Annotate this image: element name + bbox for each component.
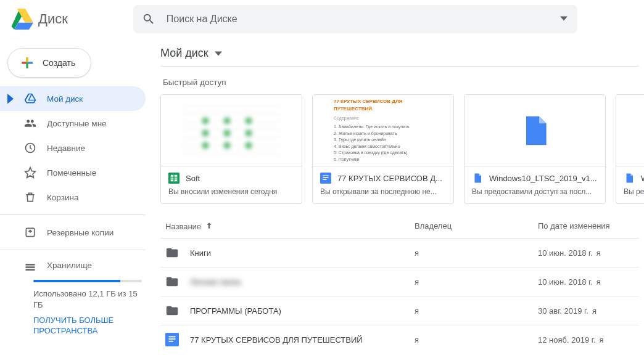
sidebar-item-shared[interactable]: Доступные мне <box>0 111 146 136</box>
docs-icon <box>320 173 331 184</box>
quick-card[interactable]: 77 КРУТЫХ СЕРВИСОВ ДЛЯ ПУТЕШЕСТВИЙ. Соде… <box>312 94 454 204</box>
chevron-down-icon <box>215 50 222 57</box>
sidebar-item-mydrive[interactable]: Мой диск <box>0 86 146 111</box>
svg-rect-2 <box>26 264 35 266</box>
sort-arrow-up-icon <box>205 221 213 232</box>
quick-card-name: W <box>641 174 644 183</box>
drive-icon <box>23 92 37 105</box>
storage-widget: Использовано 12,1 ГБ из 15 ГБ ПОЛУЧИТЬ Б… <box>0 280 154 336</box>
quick-thumbnail <box>616 95 644 166</box>
quick-card[interactable]: Windows10_LTSC_2019_v1... Вы предоставил… <box>464 94 606 204</box>
table-row[interactable]: Книги я 10 июн. 2018 г.я <box>160 239 639 267</box>
table-header: Название Владелец По дате изменения <box>160 215 639 239</box>
table-row[interactable]: 77 КРУТЫХ СЕРВИСОВ ДЛЯ ПУТЕШЕСТВИЙ я 12 … <box>160 325 639 349</box>
sidebar-item-label: Резервные копии <box>47 228 114 237</box>
sidebar-item-trash[interactable]: Корзина <box>0 185 146 210</box>
svg-rect-3 <box>26 266 35 268</box>
file-owner: я <box>415 248 538 258</box>
file-list: Книги я 10 июн. 2018 г.я Личная папка я … <box>160 239 644 349</box>
file-date: 12 нояб. 2019 г.я <box>538 335 637 345</box>
quick-thumbnail: 77 КРУТЫХ СЕРВИСОВ ДЛЯ ПУТЕШЕСТВИЙ. Соде… <box>313 95 453 166</box>
storage-icon <box>23 261 37 274</box>
quick-card-sub: Вы открывали за последнюю не... <box>320 187 446 196</box>
search-bar <box>133 5 577 33</box>
column-date[interactable]: По дате изменения <box>538 221 637 232</box>
quick-access-heading: Быстрый доступ <box>163 78 644 87</box>
svg-rect-11 <box>323 176 329 177</box>
sidebar-item-label: Доступные мне <box>47 119 107 128</box>
svg-rect-15 <box>169 336 176 338</box>
clock-icon <box>23 142 37 154</box>
breadcrumb[interactable]: Мой диск <box>160 47 639 67</box>
table-row[interactable]: ПРОГРАММЫ (РАБОТА) я 30 авг. 2019 г.я <box>160 296 639 325</box>
svg-rect-9 <box>173 175 175 182</box>
sidebar-item-label: Хранилище <box>47 261 92 270</box>
sidebar-item-label: Помеченные <box>47 168 96 177</box>
trash-icon <box>23 191 37 203</box>
quick-card[interactable]: W Вы ре <box>616 94 644 204</box>
quick-card-sub: Вы вносили изменения сегодня <box>168 187 294 196</box>
file-owner: я <box>415 306 538 316</box>
star-icon <box>23 166 37 179</box>
svg-rect-12 <box>323 177 329 179</box>
file-name: ПРОГРАММЫ (РАБОТА) <box>190 306 281 316</box>
quick-card-name: Soft <box>186 174 200 183</box>
folder-icon <box>165 275 179 288</box>
plus-icon <box>19 55 35 71</box>
app-logo[interactable]: Диск <box>7 5 70 33</box>
table-row[interactable]: Личная папка я 10 июн. 2018 г.я <box>160 267 639 296</box>
quick-card-sub: Вы предоставили доступ за посл... <box>472 187 598 196</box>
file-name: Книги <box>190 248 211 258</box>
create-button-label: Создать <box>43 58 75 68</box>
svg-rect-16 <box>169 338 176 340</box>
folder-icon <box>165 304 179 317</box>
storage-progress-bar <box>33 280 142 282</box>
file-owner: я <box>415 335 538 345</box>
sidebar-item-starred[interactable]: Помеченные <box>0 160 146 185</box>
folder-icon <box>165 246 179 259</box>
people-icon <box>23 117 37 129</box>
storage-used-text: Использовано 12,1 ГБ из 15 ГБ <box>33 288 142 311</box>
expand-icon <box>7 94 14 104</box>
file-date: 30 авг. 2019 г.я <box>538 306 637 316</box>
sidebar-item-backups[interactable]: Резервные копии <box>0 220 146 245</box>
file-icon <box>472 173 483 184</box>
app-header: Диск <box>0 0 644 38</box>
app-name: Диск <box>38 11 68 27</box>
svg-rect-13 <box>323 179 327 181</box>
file-name: 77 КРУТЫХ СЕРВИСОВ ДЛЯ ПУТЕШЕСТВИЙ <box>190 335 363 345</box>
sidebar-item-label: Мой диск <box>47 94 83 104</box>
file-owner: я <box>415 277 538 287</box>
column-name[interactable]: Название <box>165 221 415 232</box>
file-date: 10 июн. 2018 г.я <box>538 248 637 258</box>
column-owner[interactable]: Владелец <box>415 221 538 232</box>
chevron-down-icon <box>560 15 568 22</box>
main-content: Мой диск Быстрый доступ Soft Вы вносили … <box>154 38 644 363</box>
search-options-dropdown[interactable] <box>560 14 568 24</box>
quick-card-sub: Вы ре <box>624 187 644 196</box>
page-title: Мой диск <box>160 47 208 60</box>
sidebar-item-recent[interactable]: Недавние <box>0 136 146 160</box>
backup-icon <box>23 226 37 239</box>
file-icon <box>624 173 635 184</box>
sidebar-item-storage[interactable]: Хранилище <box>0 255 146 280</box>
svg-rect-17 <box>169 341 173 342</box>
file-name: Личная папка <box>190 277 241 287</box>
quick-thumbnail <box>161 95 302 166</box>
sidebar-item-label: Недавние <box>47 144 85 153</box>
sidebar: Создать Мой диск Доступные мне Недавние <box>0 38 154 363</box>
svg-rect-4 <box>26 269 35 271</box>
docs-icon <box>165 333 179 346</box>
search-icon[interactable] <box>142 12 155 26</box>
sidebar-item-label: Корзина <box>47 193 78 202</box>
quick-access-row: Soft Вы вносили изменения сегодня 77 КРУ… <box>160 94 644 204</box>
file-date: 10 июн. 2018 г.я <box>538 277 637 287</box>
quick-thumbnail <box>464 95 605 166</box>
storage-upgrade-link[interactable]: ПОЛУЧИТЬ БОЛЬШЕ ПРОСТРАНСТВА <box>33 316 142 336</box>
quick-card[interactable]: Soft Вы вносили изменения сегодня <box>160 94 302 204</box>
create-button[interactable]: Создать <box>7 48 91 78</box>
quick-card-name: 77 КРУТЫХ СЕРВИСОВ Д... <box>337 174 442 183</box>
quick-card-name: Windows10_LTSC_2019_v1... <box>489 174 597 183</box>
search-input[interactable] <box>167 14 569 25</box>
sheets-icon <box>168 173 180 184</box>
